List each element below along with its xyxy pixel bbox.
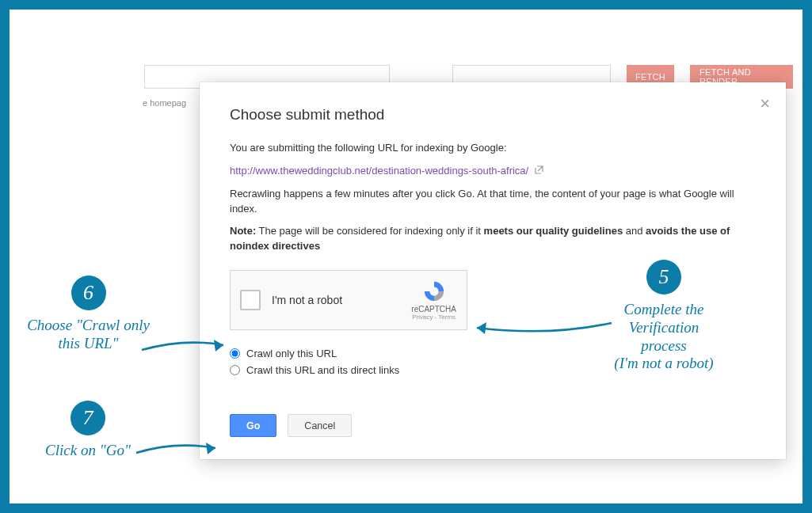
annotation-step-6: 6 Choose "Crawl only this URL"	[19, 276, 158, 353]
submitted-url-link[interactable]: http://www.theweddingclub.net/destinatio…	[230, 165, 528, 177]
recaptcha-terms-link[interactable]: Terms	[438, 314, 456, 321]
note-bold1: meets our quality guidelines	[484, 225, 623, 237]
recaptcha-privacy-terms: Privacy-Terms	[410, 314, 457, 321]
recaptcha-label: I'm not a robot	[272, 294, 410, 306]
annotation-6-text: Choose "Crawl only this URL"	[19, 317, 158, 353]
note-mid2: and	[623, 225, 646, 237]
annotation-6-badge: 6	[71, 276, 106, 310]
submitted-url-row: http://www.theweddingclub.net/destinatio…	[230, 164, 756, 179]
recrawl-text: Recrawling happens a few minutes after y…	[230, 187, 756, 217]
annotation-7-badge: 7	[71, 401, 105, 435]
recaptcha-badge: reCAPTCHA Privacy-Terms	[410, 279, 457, 321]
external-link-icon	[535, 166, 543, 176]
crawl-only-url-radio[interactable]	[230, 348, 240, 359]
note-mid: The page will be considered for indexing…	[256, 225, 483, 237]
crawl-only-url-label: Crawl only this URL	[246, 348, 337, 359]
recaptcha-privacy-link[interactable]: Privacy	[412, 314, 433, 321]
recaptcha-logo-icon	[422, 279, 446, 303]
recaptcha-widget: I'm not a robot reCAPTCHA Privacy-Terms	[230, 270, 467, 330]
cancel-button[interactable]: Cancel	[288, 414, 352, 437]
annotation-step-7: 7 Click on "Go"	[36, 401, 139, 460]
annotation-5-badge: 5	[646, 260, 681, 294]
recaptcha-checkbox[interactable]	[240, 290, 261, 310]
go-button[interactable]: Go	[230, 414, 276, 437]
dialog-actions: Go Cancel	[230, 414, 756, 437]
bg-homepage-partial: e homepag	[143, 98, 186, 108]
screenshot-frame: FETCH FETCH AND RENDER e homepag tus Com…	[0, 0, 812, 513]
annotation-5-text: Complete the Verification process (I'm n…	[593, 301, 735, 373]
crawl-url-and-links-radio[interactable]	[230, 365, 240, 375]
annotation-7-text: Click on "Go"	[36, 442, 139, 460]
note-prefix: Note:	[230, 225, 256, 237]
annotation-step-5: 5 Complete the Verification process (I'm…	[593, 260, 735, 373]
intro-text: You are submitting the following URL for…	[230, 141, 756, 156]
dialog-title: Choose submit method	[230, 106, 756, 124]
crawl-url-and-links-label: Crawl this URL and its direct links	[246, 364, 399, 376]
close-icon[interactable]: ×	[760, 95, 770, 112]
recaptcha-brand: reCAPTCHA	[411, 305, 456, 314]
note-text: Note: The page will be considered for in…	[230, 224, 756, 254]
